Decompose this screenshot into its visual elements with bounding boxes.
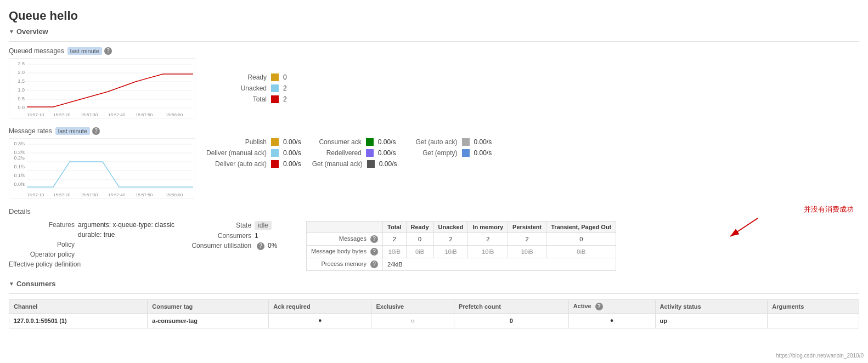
svg-text:2.5: 2.5 [18,61,25,66]
consumer-exclusive: ○ [371,314,454,328]
get-auto-color-icon [462,138,470,146]
annotation-arrow-icon [728,215,760,237]
details-section: Details Features arguments: x-queue-type… [9,207,859,271]
svg-text:15:57:30: 15:57:30 [81,112,98,117]
message-rates-help-icon[interactable]: ? [92,127,100,135]
svg-text:15:57:10: 15:57:10 [27,112,44,117]
process-memory-help-icon[interactable]: ? [370,260,378,268]
rates-col-1: Publish 0.00/s Deliver (manual ack) 0.00… [206,138,301,198]
rates-col-3: Get (auto ack) 0.00/s Get (empty) 0.00/s [408,138,492,198]
rates-details: Publish 0.00/s Deliver (manual ack) 0.00… [195,138,492,198]
col-total: Total [383,222,406,233]
details-grid: Features arguments: x-queue-type: classi… [9,221,859,271]
svg-text:15:57:50: 15:57:50 [136,112,153,117]
svg-text:0.5: 0.5 [18,96,25,101]
col-consumer-tag: Consumer tag [148,300,269,314]
legend-ready: Ready 0 [228,73,287,81]
svg-text:15:58:00: 15:58:00 [166,112,183,117]
svg-text:15:57:10: 15:57:10 [27,192,44,197]
col-active: Active ? [568,300,655,314]
policy-row: Policy [9,241,174,248]
details-right: 并没有消费成功 Total R [306,221,859,271]
consumers-section: ▼ Consumers Channel Consumer tag Ack req… [9,280,859,328]
svg-text:15:57:40: 15:57:40 [108,192,126,197]
overview-header[interactable]: ▼ Overview [9,27,859,36]
col-empty [307,222,383,233]
legend-unacked: Unacked 2 [228,84,287,92]
consumers-header[interactable]: ▼ Consumers [9,280,859,288]
queued-messages-legend: Ready 0 Unacked 2 Total 2 [217,58,287,118]
consumer-prefetch: 0 [454,314,568,328]
message-rates-label: Message rates last minute ? [9,127,859,135]
col-prefetch-count: Prefetch count [454,300,568,314]
rate-get-empty: Get (empty) 0.00/s [408,149,492,157]
get-manual-color-icon [367,160,375,168]
consumer-activity-status: up [655,314,768,328]
col-exclusive: Exclusive [371,300,454,314]
consumers-arrow-icon: ▼ [9,281,14,287]
details-center: State idle Consumers 1 Consumer utilisat… [185,221,295,271]
rate-get-manual: Get (manual ack) 0.00/s [312,160,397,168]
consumer-ack-color-icon [366,138,374,146]
publish-color-icon [271,138,279,146]
col-ack-required: Ack required [269,300,371,314]
page-title: Queue hello [9,9,859,23]
consumer-tag-value: a-consumer-tag [148,314,269,328]
consumer-active: • [568,314,655,328]
message-rates-row: 0.3/s 0.2/s 0.2/s 0.1/s 0.1/s 0.0/s [9,138,859,198]
col-persistent: Persistent [508,222,546,233]
col-ready: Ready [406,222,433,233]
queued-messages-badge[interactable]: last minute [67,47,102,55]
messages-help-icon[interactable]: ? [370,235,378,243]
state-badge: idle [255,221,272,230]
col-unacked: Unacked [433,222,468,233]
queued-messages-label: Queued messages last minute ? [9,47,859,55]
queued-messages-row: 2.5 2.0 1.5 1.0 0.5 0.0 15:57:10 15:57:2… [9,58,859,118]
durable-row: durable: true [9,231,174,239]
message-rates-section: Message rates last minute ? 0.3/s 0.2/s … [9,127,859,198]
col-activity-status: Activity status [655,300,768,314]
svg-text:0.1/s: 0.1/s [14,173,25,178]
message-rates-svg: 0.3/s 0.2/s 0.2/s 0.1/s 0.1/s 0.0/s [9,139,196,199]
col-channel: Channel [9,300,148,314]
ready-color-icon [271,73,279,81]
message-body-bytes-row: Message body bytes ? 10iB 0iB 10iB 10iB … [307,246,616,258]
overview-section: ▼ Overview Queued messages last minute ?… [9,27,859,198]
queued-messages-help-icon[interactable]: ? [104,47,112,55]
details-title: Details [9,207,859,215]
consumers-divider [9,293,859,294]
consumer-utilisation-row: Consumer utilisation ? 0% [185,242,295,250]
messages-row: Messages ? 2 0 2 2 2 0 [307,233,616,246]
message-rates-badge[interactable]: last minute [55,127,90,135]
rate-publish: Publish 0.00/s [206,138,301,146]
col-transient: Transient, Paged Out [546,222,616,233]
rate-redelivered: Redelivered 0.00/s [312,149,397,157]
stats-table: Total Ready Unacked In memory Persistent… [306,221,616,271]
overview-divider [9,41,859,42]
unacked-color-icon [271,84,279,92]
message-body-help-icon[interactable]: ? [370,248,378,256]
svg-text:15:57:40: 15:57:40 [108,112,126,117]
svg-text:15:57:30: 15:57:30 [81,192,98,197]
message-rates-chart: 0.3/s 0.2/s 0.2/s 0.1/s 0.1/s 0.0/s [9,138,195,198]
consumers-count-row: Consumers 1 [185,232,295,240]
svg-text:0.3/s: 0.3/s [14,141,25,146]
overview-arrow-icon: ▼ [9,29,14,35]
state-row: State idle [185,221,295,230]
svg-text:0.2/s: 0.2/s [14,155,25,161]
queued-messages-svg: 2.5 2.0 1.5 1.0 0.5 0.0 15:57:10 15:57:2… [9,59,196,119]
svg-text:0.0: 0.0 [18,105,25,110]
svg-text:0.0/s: 0.0/s [14,182,25,187]
annotation-text: 并没有消费成功 [804,205,854,214]
effective-policy-row: Effective policy definition [9,260,174,268]
total-color-icon [271,95,279,103]
details-left: Features arguments: x-queue-type: classi… [9,221,174,271]
col-in-memory: In memory [468,222,508,233]
rate-deliver-auto: Deliver (auto ack) 0.00/s [206,160,301,168]
svg-text:15:57:50: 15:57:50 [136,192,153,197]
consumer-utilisation-help-icon[interactable]: ? [257,242,264,250]
active-help-icon[interactable]: ? [595,303,603,310]
consumer-ack-required: • [269,314,371,328]
rate-consumer-ack: Consumer ack 0.00/s [312,138,397,146]
svg-text:0.1/s: 0.1/s [14,164,25,169]
